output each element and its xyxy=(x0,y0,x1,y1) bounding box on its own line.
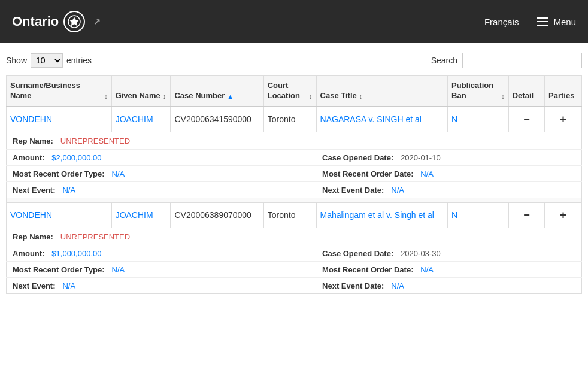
order-type-row: Most Recent Order Type: N/A Most Recent … xyxy=(7,165,582,181)
cell-surname: VONDEHN xyxy=(7,107,112,132)
col-given[interactable]: Given Name ↕ xyxy=(111,76,171,107)
parties-expand-button[interactable]: + xyxy=(557,112,569,127)
cell-pub-ban: N xyxy=(448,202,509,228)
next-event-value: N/A xyxy=(62,186,75,195)
rep-name-row: Rep Name: UNREPRESENTED xyxy=(7,228,582,245)
rep-name-value: UNREPRESENTED xyxy=(60,137,130,145)
title-link[interactable]: NAGARASA v. SINGH et al xyxy=(320,114,422,124)
rep-name-label: Rep Name: xyxy=(13,137,53,145)
spacer-row xyxy=(7,198,582,202)
logo-circle xyxy=(63,11,85,32)
order-date-cell: Most Recent Order Date: N/A xyxy=(316,261,581,277)
cell-case-number: CV20006341590000 xyxy=(171,107,263,132)
next-event-row: Next Event: N/A Next Event Date: N/A xyxy=(7,277,582,293)
given-link[interactable]: JOACHIM xyxy=(116,114,153,124)
col-court-location[interactable]: Court Location ↕ xyxy=(263,76,316,107)
site-header: Ontario ↗ Français Menu xyxy=(0,0,588,43)
case-opened-cell: Case Opened Date: 2020-01-10 xyxy=(316,149,581,165)
external-link-icon[interactable]: ↗ xyxy=(93,17,101,26)
next-event-label: Next Event: xyxy=(13,186,56,195)
search-input[interactable] xyxy=(462,53,582,68)
detail-collapse-button[interactable]: − xyxy=(521,112,532,127)
header-nav: Français Menu xyxy=(484,17,576,27)
entries-select[interactable]: 10 25 50 100 xyxy=(31,53,63,68)
sort-icon-pub: ↕ xyxy=(501,92,505,101)
sort-icon-title: ↕ xyxy=(359,92,363,101)
amount-value: $2,000,000.00 xyxy=(51,153,101,162)
order-date-value: N/A xyxy=(420,265,434,274)
cell-title: NAGARASA v. SINGH et al xyxy=(316,107,448,132)
sort-icon-surname: ↕ xyxy=(104,92,108,101)
menu-button[interactable]: Menu xyxy=(537,17,576,27)
case-opened-value: 2020-01-10 xyxy=(401,153,441,162)
cell-court: Toronto xyxy=(263,202,316,228)
cases-table: Surname/Business Name ↕ Given Name ↕ Cas… xyxy=(6,75,582,294)
order-type-row: Most Recent Order Type: N/A Most Recent … xyxy=(7,261,582,277)
menu-label: Menu xyxy=(553,17,576,27)
case-opened-label: Case Opened Date: xyxy=(322,249,393,258)
amount-row: Amount: $2,000,000.00 Case Opened Date: … xyxy=(7,149,582,165)
col-case-number[interactable]: Case Number ▲ xyxy=(171,76,263,107)
col-parties: Parties xyxy=(545,76,582,107)
rep-name-value: UNREPRESENTED xyxy=(60,232,130,241)
cell-given: JOACHIM xyxy=(111,107,171,132)
order-type-label: Most Recent Order Type: xyxy=(13,265,105,274)
amount-label: Amount: xyxy=(13,153,44,162)
search-control: Search xyxy=(431,53,582,68)
order-type-cell: Most Recent Order Type: N/A xyxy=(7,165,317,181)
cell-case-number: CV20006389070000 xyxy=(171,202,263,228)
search-label: Search xyxy=(431,56,457,65)
pub-ban-link[interactable]: N xyxy=(451,114,457,124)
order-type-value: N/A xyxy=(112,265,125,274)
hamburger-icon xyxy=(537,17,548,26)
col-pub-ban[interactable]: Publication Ban ↕ xyxy=(448,76,509,107)
table-controls: Show 10 25 50 100 entries Search xyxy=(6,53,582,68)
sort-icon-court: ↕ xyxy=(309,92,313,101)
rep-name-row: Rep Name: UNREPRESENTED xyxy=(7,132,582,149)
next-event-row: Next Event: N/A Next Event Date: N/A xyxy=(7,181,582,198)
next-event-date-value: N/A xyxy=(391,281,404,290)
col-surname[interactable]: Surname/Business Name ↕ xyxy=(7,76,112,107)
logo: Ontario ↗ xyxy=(12,11,484,32)
detail-collapse-button[interactable]: − xyxy=(521,208,532,223)
cell-surname: VONDEHN xyxy=(7,202,112,228)
parties-expand-button[interactable]: + xyxy=(557,208,569,223)
rep-name-cell: Rep Name: UNREPRESENTED xyxy=(7,228,582,245)
show-label: Show xyxy=(6,56,27,65)
amount-row: Amount: $1,000,000.00 Case Opened Date: … xyxy=(7,245,582,261)
col-detail: Detail xyxy=(508,76,544,107)
amount-label: Amount: xyxy=(13,249,44,258)
title-link[interactable]: Mahalingam et al v. Singh et al xyxy=(320,210,434,220)
order-type-cell: Most Recent Order Type: N/A xyxy=(7,261,317,277)
language-toggle[interactable]: Français xyxy=(484,17,519,27)
table-header-row: Surname/Business Name ↕ Given Name ↕ Cas… xyxy=(7,76,582,107)
cell-title: Mahalingam et al v. Singh et al xyxy=(316,202,448,228)
svg-marker-1 xyxy=(70,17,78,26)
logo-text: Ontario xyxy=(12,14,59,29)
main-content: Show 10 25 50 100 entries Search Surname… xyxy=(0,43,588,304)
amount-cell: Amount: $2,000,000.00 xyxy=(7,149,317,165)
rep-name-cell: Rep Name: UNREPRESENTED xyxy=(7,132,582,149)
amount-cell: Amount: $1,000,000.00 xyxy=(7,245,317,261)
next-event-cell: Next Event: N/A xyxy=(7,181,317,198)
next-event-label: Next Event: xyxy=(13,281,56,290)
cell-parties: + xyxy=(545,107,582,132)
order-date-label: Most Recent Order Date: xyxy=(322,265,413,274)
next-event-date-label: Next Event Date: xyxy=(322,281,384,290)
pub-ban-link[interactable]: N xyxy=(451,210,457,220)
col-case-title[interactable]: Case Title ↕ xyxy=(316,76,448,107)
cell-parties: + xyxy=(545,202,582,228)
show-entries-control: Show 10 25 50 100 entries xyxy=(6,53,92,68)
surname-link[interactable]: VONDEHN xyxy=(10,210,52,220)
given-link[interactable]: JOACHIM xyxy=(116,210,153,220)
next-event-date-label: Next Event Date: xyxy=(322,186,384,195)
sort-icon-case-number: ▲ xyxy=(227,92,234,101)
next-event-date-cell: Next Event Date: N/A xyxy=(316,277,581,293)
case-opened-label: Case Opened Date: xyxy=(322,153,393,162)
next-event-value: N/A xyxy=(62,281,75,290)
sort-icon-given: ↕ xyxy=(163,92,166,101)
entries-label: entries xyxy=(66,56,92,65)
table-row: VONDEHN JOACHIM CV20006341590000 Toronto… xyxy=(7,107,582,132)
surname-link[interactable]: VONDEHN xyxy=(10,114,52,124)
cell-detail: − xyxy=(508,202,544,228)
